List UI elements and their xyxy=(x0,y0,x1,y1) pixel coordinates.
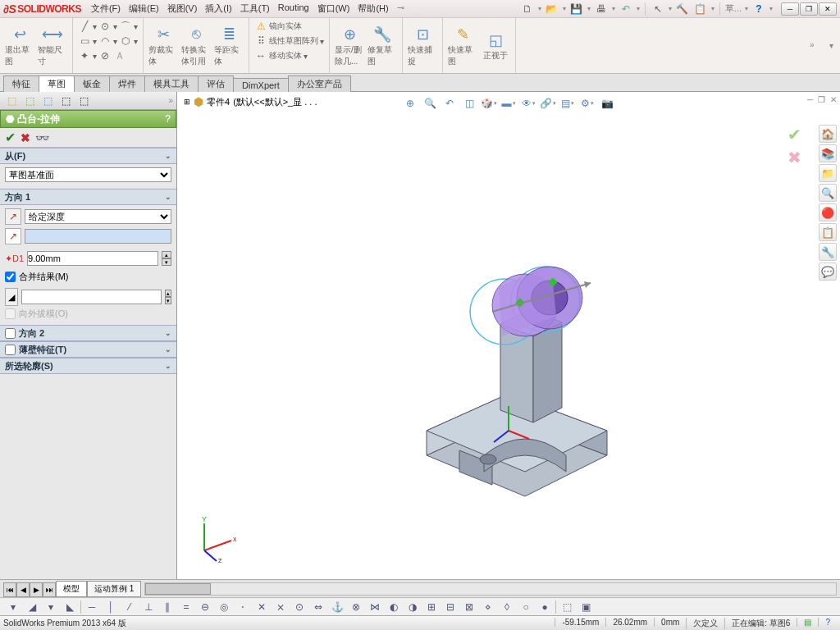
rect-tool[interactable]: ▭▾ ◠▾ ⬡▾ xyxy=(78,34,138,48)
merge-rel-icon[interactable]: ⋈ xyxy=(367,600,383,614)
print-icon[interactable]: 🖶 xyxy=(594,2,609,16)
tab-last-icon[interactable]: ⏭ xyxy=(43,582,56,597)
draft-angle-input[interactable] xyxy=(21,290,162,304)
rel-27-icon[interactable]: ▣ xyxy=(578,600,594,614)
direction-vector-button[interactable]: ↗ xyxy=(5,228,21,244)
menu-edit[interactable]: 编辑(E) xyxy=(129,2,159,15)
tab-sheetmetal[interactable]: 钣金 xyxy=(74,75,110,92)
symmetric-rel-icon[interactable]: ⇔ xyxy=(310,600,326,614)
direction1-header[interactable]: 方向 1⌄ xyxy=(0,189,176,205)
exit-sketch-button[interactable]: ↩退出草图 xyxy=(5,20,34,71)
thin-checkbox[interactable] xyxy=(5,345,16,355)
save-icon[interactable]: 💾 xyxy=(569,2,584,16)
rel-25-icon[interactable]: ● xyxy=(536,600,553,614)
midpoint-rel-icon[interactable]: ⋅ xyxy=(235,600,251,614)
feature-tree-tab[interactable]: ⬚ xyxy=(3,94,20,108)
draft-button[interactable]: ◢ xyxy=(5,288,18,306)
help-question-icon[interactable]: ? xyxy=(165,113,171,125)
display-tab[interactable]: ⬚ xyxy=(75,94,92,108)
direction2-checkbox[interactable] xyxy=(5,328,16,339)
reverse-direction-button[interactable]: ↗ xyxy=(5,208,21,225)
appearances-icon[interactable]: 🔴 xyxy=(819,203,837,221)
display-style-icon[interactable]: ▬▾ xyxy=(500,95,517,112)
show-delete-button[interactable]: ⊕显示/删除几... xyxy=(335,20,364,71)
flyout-tree[interactable]: ⊞ ⬢ 零件4 (默认<<默认>_显 . . . xyxy=(184,95,317,108)
menu-routing[interactable]: Routing xyxy=(278,2,309,15)
rel-18-icon[interactable]: ◑ xyxy=(404,600,421,614)
end-condition-select[interactable]: 给定深度 xyxy=(25,209,171,224)
prev-view-icon[interactable]: ↶ xyxy=(441,95,458,112)
pierce-rel-icon[interactable]: ⊗ xyxy=(348,600,364,614)
doc-minimize-icon[interactable]: ─ xyxy=(807,95,813,104)
close-button[interactable]: ✕ xyxy=(819,2,837,16)
mirror-button[interactable]: ⚠镜向实体 xyxy=(254,20,324,33)
concentric-rel-icon[interactable]: ◎ xyxy=(216,600,232,614)
point-tool[interactable]: ✦▾ ⊘ Ａ xyxy=(78,49,138,62)
convert-button[interactable]: ⎋转换实体引用 xyxy=(181,20,211,71)
config-tab[interactable]: ⬚ xyxy=(39,94,56,108)
sw-resources-icon[interactable]: 🏠 xyxy=(819,125,837,143)
from-section-header[interactable]: 从(F)⌄ xyxy=(0,148,176,164)
restore-button[interactable]: ❐ xyxy=(800,2,818,16)
parallel-rel-icon[interactable]: ∥ xyxy=(159,600,176,614)
render-icon[interactable]: 📷 xyxy=(599,95,615,112)
cancel-button[interactable]: ✖ xyxy=(21,131,30,144)
confirm-ok-icon[interactable]: ✔ xyxy=(784,125,804,144)
sk-btn-2[interactable]: ◢ xyxy=(24,600,40,614)
property-tab[interactable]: ⬚ xyxy=(21,94,38,108)
normal-to-button[interactable]: ◱正视于 xyxy=(481,20,510,71)
from-select[interactable]: 草图基准面 xyxy=(5,167,171,182)
select-icon[interactable]: ↖ xyxy=(651,2,665,16)
collapse-ribbon-icon[interactable]: » xyxy=(810,40,826,52)
sk-btn-3[interactable]: ▾ xyxy=(43,600,59,614)
horizontal-rel-icon[interactable]: ─ xyxy=(84,600,100,614)
zoom-fit-icon[interactable]: ⊕ xyxy=(402,95,418,112)
perpendicular-rel-icon[interactable]: ⊥ xyxy=(140,600,157,614)
intersection-rel-icon[interactable]: ⨯ xyxy=(272,600,289,614)
status-help-icon[interactable]: ? xyxy=(818,618,837,627)
tab-prev-icon[interactable]: ◀ xyxy=(16,582,30,597)
ok-button[interactable]: ✔ xyxy=(5,130,16,145)
repair-button[interactable]: 🔧修复草图 xyxy=(368,20,397,71)
rel-22-icon[interactable]: ⋄ xyxy=(480,600,496,614)
graphics-area[interactable]: ─ ❐ ✕ ⊞ ⬢ 零件4 (默认<<默认>_显 . . . ⊕ 🔍 ↶ ◫ 🎲… xyxy=(177,92,840,579)
smart-dimension-button[interactable]: ⟷智能尺寸 xyxy=(38,20,67,71)
file-explorer-icon[interactable]: 📁 xyxy=(819,164,837,182)
units-icon[interactable]: ▤ xyxy=(797,618,818,627)
thin-feature-header[interactable]: 薄壁特征(T)⌄ xyxy=(0,341,176,358)
section-view-icon[interactable]: ◫ xyxy=(461,95,477,112)
tab-evaluate[interactable]: 评估 xyxy=(198,75,234,92)
menu-view[interactable]: 视图(V) xyxy=(167,2,198,15)
panel-expand-icon[interactable]: » xyxy=(168,96,173,105)
sk-btn-4[interactable]: ◣ xyxy=(62,600,78,614)
draft-spinner[interactable]: ▴▾ xyxy=(165,290,171,304)
coradial-rel-icon[interactable]: ⊙ xyxy=(291,600,308,614)
design-library-icon[interactable]: 📚 xyxy=(819,144,837,162)
scene-icon[interactable]: ▤▾ xyxy=(559,95,576,112)
tab-moldtools[interactable]: 模具工具 xyxy=(144,75,199,92)
depth-spinner[interactable]: ▴▾ xyxy=(162,251,171,266)
menu-help[interactable]: 帮助(H) xyxy=(358,2,388,15)
rel-23-icon[interactable]: ◊ xyxy=(499,600,515,614)
motion-study-tab[interactable]: 运动算例 1 xyxy=(87,581,141,597)
fix-rel-icon[interactable]: ⚓ xyxy=(329,600,345,614)
toolbox-icon[interactable]: 🔧 xyxy=(819,243,837,261)
open-icon[interactable]: 📂 xyxy=(545,2,559,16)
hide-show-icon[interactable]: 👁▾ xyxy=(520,95,536,112)
view-orientation-icon[interactable]: 🎲▾ xyxy=(481,95,497,112)
tab-sketch[interactable]: 草图 xyxy=(39,75,75,92)
move-button[interactable]: ↔移动实体 ▾ xyxy=(254,49,324,62)
rebuild-icon[interactable]: 🔨 xyxy=(675,2,690,16)
options-icon[interactable]: 📋 xyxy=(693,2,708,16)
custom-props-icon[interactable]: 📋 xyxy=(819,223,837,241)
tab-first-icon[interactable]: ⏮ xyxy=(3,582,16,597)
dimxpert-tab[interactable]: ⬚ xyxy=(57,94,74,108)
preview-button[interactable]: 👓 xyxy=(35,131,49,144)
rel-21-icon[interactable]: ⊠ xyxy=(461,600,477,614)
menu-insert[interactable]: 插入(I) xyxy=(205,2,231,15)
vertical-rel-icon[interactable]: │ xyxy=(103,600,119,614)
coincident-rel-icon[interactable]: ✕ xyxy=(253,600,270,614)
rel-20-icon[interactable]: ⊟ xyxy=(442,600,459,614)
rel-17-icon[interactable]: ◐ xyxy=(386,600,402,614)
tangent-rel-icon[interactable]: ⊖ xyxy=(197,600,213,614)
